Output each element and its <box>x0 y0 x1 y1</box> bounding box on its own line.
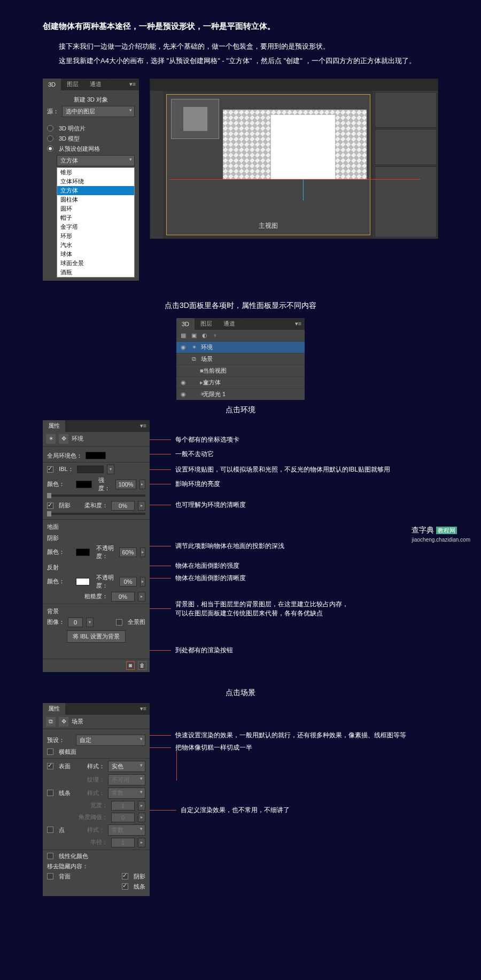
lines-cb[interactable] <box>122 883 128 890</box>
panel-menu-icon[interactable]: ▾≡ <box>137 703 150 715</box>
watermark-brand: 查字典 <box>412 526 434 534</box>
tab-channels[interactable]: 通道 <box>218 318 241 330</box>
radio-postcard[interactable] <box>47 125 53 132</box>
anno-bg: 背景图，相当于图层里的背景图层，在这里建立比较占内存， 可以在图层面板建立传统图… <box>175 600 348 618</box>
image-browse-icon[interactable]: ▾ <box>86 618 94 627</box>
anno-ibl: 设置环境贴图，可以模拟场景和光照，不反光的物体用默认的IBL贴图就够用 <box>175 465 390 474</box>
env-subtab-icon[interactable]: ✶ <box>46 434 56 444</box>
reflect-opacity-input[interactable]: 0% <box>119 577 137 587</box>
surface-checkbox[interactable] <box>47 763 53 769</box>
ibl-checkbox[interactable] <box>47 466 53 473</box>
tab-properties[interactable]: 属性 <box>43 420 66 432</box>
filter-light-icon[interactable]: ♀ <box>213 332 217 339</box>
source-dropdown[interactable]: 选中的图层 <box>62 106 135 117</box>
eye-icon[interactable]: ◉ <box>180 379 187 386</box>
main-view-label: 主视图 <box>259 221 278 230</box>
ibl-as-bg-button[interactable]: 将 IBL 设置为背景 <box>67 630 126 643</box>
ground-opacity-stepper[interactable]: ▸ <box>140 547 145 557</box>
ibl-thumbnail[interactable] <box>77 466 104 473</box>
ground-opacity-input[interactable]: 60% <box>119 547 137 557</box>
points-checkbox[interactable] <box>47 827 53 833</box>
shape-option[interactable]: 帽子 <box>57 213 134 222</box>
hier-label: 场景 <box>201 355 213 363</box>
photoshop-screenshot: 副视图 主视图 <box>150 79 438 239</box>
tab-layers[interactable]: 图层 <box>195 318 218 330</box>
radio-preset-mesh[interactable] <box>47 145 53 152</box>
back-label: 背面 <box>59 873 71 881</box>
ibl-browse-icon[interactable]: ▾ <box>107 465 114 474</box>
ground-shadow-label: 阴影 <box>47 534 145 542</box>
scene-subtab-icon[interactable]: ⧉ <box>46 717 56 727</box>
env-color-swatch[interactable] <box>76 481 92 488</box>
filter-mesh-icon[interactable]: ▣ <box>191 332 197 339</box>
shadow-cb[interactable] <box>122 873 128 879</box>
shape-option[interactable]: 立体环绕 <box>57 177 134 186</box>
shape-option[interactable]: 锥形 <box>57 168 134 177</box>
panel-menu-icon[interactable]: ▾≡ <box>292 318 305 330</box>
cross-section-checkbox[interactable] <box>47 748 53 755</box>
linearize-checkbox[interactable] <box>47 853 53 859</box>
texture-dropdown: 不可用 <box>108 774 145 785</box>
rough-label: 粗糙度： <box>84 592 108 600</box>
ground-color-swatch[interactable] <box>76 549 90 556</box>
env-properties-panel: 属性 ▾≡ ✶ ✥ 环境 全局环境色： IBL： ▾ <box>43 420 150 672</box>
filter-all-icon[interactable]: ▦ <box>181 332 186 339</box>
tab-properties[interactable]: 属性 <box>43 703 66 715</box>
shape-option[interactable]: 汽水 <box>57 241 134 250</box>
hier-row-scene[interactable]: ⧉ 场景 <box>176 353 305 365</box>
create-panel-title: 新建 3D 对象 <box>47 96 135 104</box>
image-input[interactable]: 0 <box>68 618 83 627</box>
soft-stepper[interactable]: ▸ <box>138 501 145 511</box>
radius-label: 半径： <box>90 838 108 846</box>
tab-3d[interactable]: 3D <box>43 79 61 90</box>
hier-row-environment[interactable]: ◉ ✶ 环境 <box>176 341 305 353</box>
trash-icon[interactable]: 🗑 <box>138 661 146 670</box>
intensity-slider[interactable] <box>47 495 145 497</box>
shape-option[interactable]: 圆环 <box>57 204 134 213</box>
reflect-opacity-stepper[interactable]: ▸ <box>140 577 145 587</box>
shape-option[interactable]: 圆柱体 <box>57 195 134 204</box>
coord-subtab-icon[interactable]: ✥ <box>59 717 68 727</box>
rough-stepper[interactable]: ▸ <box>138 592 145 601</box>
shape-option[interactable]: 酒瓶 <box>57 268 134 277</box>
rough-input[interactable]: 0% <box>111 592 135 601</box>
panel-menu-icon[interactable]: ▾≡ <box>126 79 139 90</box>
ground-section-label: 地面 <box>47 523 145 531</box>
shape-option-selected[interactable]: 立方体 <box>57 186 134 195</box>
cross-section-label: 横截面 <box>59 748 76 756</box>
tab-3d[interactable]: 3D <box>176 318 195 330</box>
global-color-swatch[interactable] <box>86 452 106 459</box>
preset-dropdown[interactable]: 自定 <box>76 735 145 746</box>
shape-option[interactable]: 球体 <box>57 250 134 259</box>
intensity-input[interactable]: 100% <box>115 480 136 489</box>
soft-slider[interactable] <box>47 513 145 515</box>
mesh-shape-dropdown[interactable]: 立方体 <box>57 155 135 166</box>
radio-model[interactable] <box>47 135 53 142</box>
back-checkbox[interactable] <box>47 873 53 879</box>
source-label: 源： <box>47 107 59 115</box>
hier-row-view[interactable]: ■ 当前视图 <box>176 365 305 376</box>
pano-checkbox[interactable] <box>116 619 122 626</box>
filter-material-icon[interactable]: ◐ <box>202 332 207 339</box>
radio-postcard-label: 3D 明信片 <box>59 125 86 133</box>
intensity-stepper[interactable]: ▸ <box>139 480 145 489</box>
scene-subtab-label: 场景 <box>72 717 83 726</box>
panel-menu-icon[interactable]: ▾≡ <box>137 420 150 432</box>
coord-subtab-icon[interactable]: ✥ <box>59 434 68 444</box>
reflect-color-swatch[interactable] <box>76 578 90 585</box>
render-icon[interactable]: ◙ <box>126 661 135 670</box>
shape-option[interactable]: 环形 <box>57 232 134 241</box>
mesh-shape-list[interactable]: 锥形 立体环绕 立方体 圆柱体 圆环 帽子 金字塔 环形 汽水 球体 球面全景 … <box>57 167 135 277</box>
tab-layers[interactable]: 图层 <box>61 79 84 90</box>
eye-icon[interactable]: ◉ <box>180 391 187 398</box>
hier-row-cube[interactable]: ◉ ▸▣ 立方体 <box>176 376 305 388</box>
soft-input[interactable]: 0% <box>111 501 135 511</box>
shadow-checkbox[interactable] <box>47 503 53 509</box>
shape-option[interactable]: 球面全景 <box>57 259 134 268</box>
lines-checkbox[interactable] <box>47 790 53 796</box>
hier-row-light[interactable]: ◉ ☀ 无限光 1 <box>176 388 305 400</box>
eye-icon[interactable]: ◉ <box>180 344 187 351</box>
tab-channels[interactable]: 通道 <box>84 79 107 90</box>
surface-style-dropdown[interactable]: 实色 <box>108 761 145 772</box>
shape-option[interactable]: 金字塔 <box>57 222 134 232</box>
